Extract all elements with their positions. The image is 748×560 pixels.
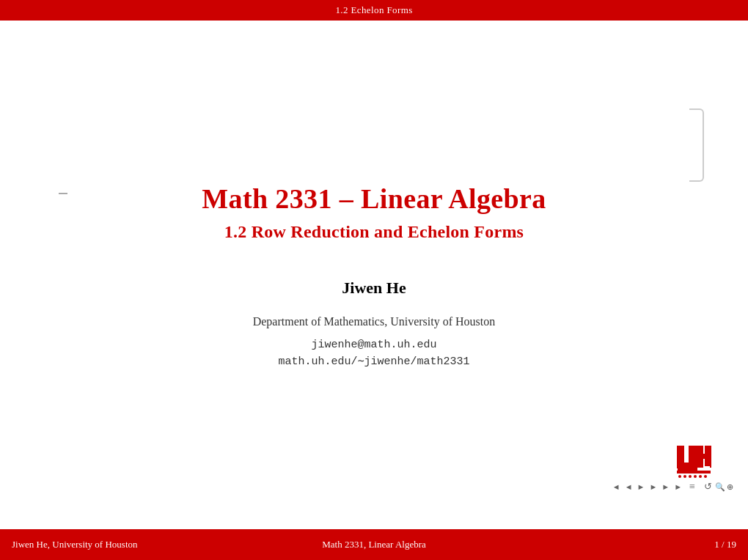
svg-point-17 xyxy=(699,475,702,478)
top-bar: 1.2 Echelon Forms xyxy=(0,0,748,21)
svg-point-14 xyxy=(683,475,686,478)
nav-refresh[interactable]: ↺ xyxy=(704,481,712,493)
svg-point-13 xyxy=(678,475,681,478)
main-title: Math 2331 – Linear Algebra xyxy=(202,183,546,215)
svg-point-15 xyxy=(689,475,692,478)
website: math.uh.edu/∼jiwenhe/math2331 xyxy=(202,354,546,368)
svg-rect-8 xyxy=(677,463,694,468)
svg-rect-12 xyxy=(677,471,711,474)
svg-point-18 xyxy=(704,475,707,478)
uh-logo-svg xyxy=(676,444,711,482)
slide-content: Math 2331 – Linear Algebra 1.2 Row Reduc… xyxy=(143,183,604,368)
nav-right-arrow3[interactable]: ► xyxy=(660,482,671,492)
decorative-bracket xyxy=(689,108,704,182)
svg-point-16 xyxy=(694,475,697,478)
nav-right-arrow4[interactable]: ► xyxy=(672,482,683,492)
nav-right-arrow[interactable]: ► xyxy=(636,482,647,492)
bottom-left-text: Jiwen He, University of Houston xyxy=(0,539,253,550)
slide-area: Math 2331 – Linear Algebra 1.2 Row Reduc… xyxy=(0,21,748,529)
nav-left-arrow[interactable]: ◄ xyxy=(611,482,622,492)
nav-left-arrow2[interactable]: ◄ xyxy=(623,482,634,492)
department: Department of Mathematics, University of… xyxy=(202,315,546,328)
decorative-dash xyxy=(59,193,67,194)
sub-title: 1.2 Row Reduction and Echelon Forms xyxy=(202,222,546,242)
nav-search[interactable]: 🔍 xyxy=(715,482,725,492)
nav-controls[interactable]: ◄ ◄ ► ► ► ► ≡ ↺ 🔍 ⊕ xyxy=(611,481,733,493)
bottom-right-text: 1 / 19 xyxy=(495,539,748,550)
nav-zoom[interactable]: ⊕ xyxy=(727,482,733,492)
svg-rect-11 xyxy=(696,454,711,458)
bottom-bar: Jiwen He, University of Houston Math 233… xyxy=(0,529,748,560)
uh-logo xyxy=(676,444,711,485)
email: jiwenhe@math.uh.edu xyxy=(202,339,546,351)
nav-right-arrow2[interactable]: ► xyxy=(648,482,659,492)
nav-separator: ≡ xyxy=(689,481,695,493)
author-name: Jiwen He xyxy=(202,279,546,298)
bottom-center-text: Math 2331, Linear Algebra xyxy=(253,539,494,550)
top-bar-title: 1.2 Echelon Forms xyxy=(335,4,412,16)
